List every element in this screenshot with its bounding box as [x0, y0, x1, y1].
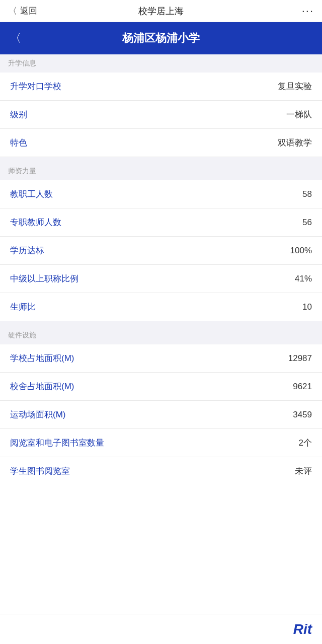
- section-separator-section-upgrade: 升学信息: [0, 54, 322, 73]
- info-row: 专职教师人数56: [0, 208, 322, 237]
- section-title-section-upgrade: 升学信息: [8, 59, 36, 68]
- info-row: 学历达标100%: [0, 237, 322, 265]
- status-bar: 〈 返回 校学居上海 ···: [0, 0, 322, 22]
- app-logo: Rit: [293, 621, 312, 637]
- row-label: 阅览室和电子图书室数量: [10, 437, 104, 449]
- row-label: 中级以上职称比例: [10, 273, 78, 284]
- info-row: 阅览室和电子图书室数量2个: [0, 429, 322, 457]
- app-title: 校学居上海: [138, 5, 184, 17]
- school-back-icon[interactable]: 〈: [10, 31, 21, 46]
- info-row: 中级以上职称比例41%: [0, 265, 322, 293]
- row-value: 2个: [299, 437, 312, 449]
- row-label: 教职工人数: [10, 188, 53, 200]
- info-row: 升学对口学校复旦实验: [0, 73, 322, 101]
- row-label: 级别: [10, 109, 27, 120]
- info-row: 生师比10: [0, 293, 322, 321]
- info-row: 运动场面积(M)3459: [0, 401, 322, 429]
- row-value: 未评: [295, 465, 312, 477]
- row-label: 学校占地面积(M): [10, 352, 74, 364]
- section-title-section-hardware: 硬件设施: [8, 331, 36, 340]
- row-value: 3459: [293, 410, 312, 420]
- more-icon[interactable]: ···: [302, 5, 314, 18]
- info-row: 学生图书阅览室未评: [0, 457, 322, 485]
- info-row: 学校占地面积(M)12987: [0, 344, 322, 373]
- row-value: 双语教学: [278, 137, 312, 149]
- back-label: 返回: [20, 5, 37, 17]
- row-label: 专职教师人数: [10, 217, 61, 228]
- section-separator-section-teachers: 师资力量: [0, 162, 322, 180]
- row-value: 56: [302, 218, 312, 228]
- school-title: 杨浦区杨浦小学: [29, 31, 293, 46]
- info-row: 特色双语教学: [0, 129, 322, 157]
- row-value: 100%: [290, 246, 312, 256]
- row-value: 10: [302, 302, 312, 312]
- chevron-left-icon: 〈: [8, 5, 17, 17]
- row-label: 运动场面积(M): [10, 409, 65, 420]
- row-label: 特色: [10, 137, 27, 149]
- row-value: 12987: [288, 353, 312, 364]
- big-separator: [0, 321, 322, 326]
- info-row: 校舍占地面积(M)9621: [0, 373, 322, 401]
- row-value: 41%: [295, 274, 312, 284]
- row-label: 校舍占地面积(M): [10, 381, 74, 392]
- sections-container: 升学信息升学对口学校复旦实验级别一梯队特色双语教学师资力量教职工人数58专职教师…: [0, 54, 322, 485]
- row-label: 学生图书阅览室: [10, 465, 70, 477]
- section-separator-section-hardware: 硬件设施: [0, 326, 322, 344]
- row-value: 58: [302, 189, 312, 199]
- row-value: 9621: [293, 382, 312, 392]
- row-value: 一梯队: [286, 109, 312, 120]
- row-label: 升学对口学校: [10, 81, 61, 92]
- info-row: 级别一梯队: [0, 101, 322, 129]
- back-nav[interactable]: 〈 返回: [8, 5, 37, 17]
- big-separator: [0, 157, 322, 162]
- bottom-bar: Rit: [0, 614, 322, 644]
- row-label: 学历达标: [10, 245, 44, 256]
- row-value: 复旦实验: [278, 81, 312, 92]
- section-title-section-teachers: 师资力量: [8, 167, 36, 176]
- school-header: 〈 杨浦区杨浦小学: [0, 22, 322, 54]
- row-label: 生师比: [10, 301, 36, 313]
- info-row: 教职工人数58: [0, 180, 322, 208]
